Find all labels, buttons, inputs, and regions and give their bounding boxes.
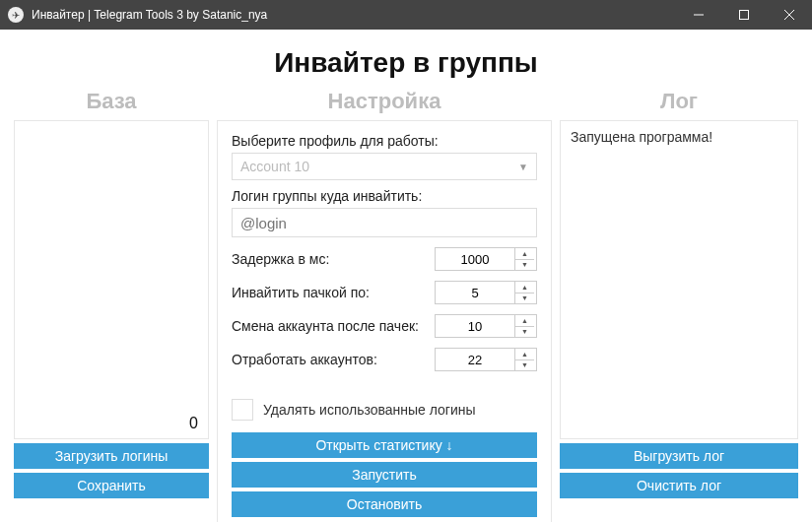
log-line: Запущена программа!	[571, 129, 787, 145]
chevron-down-icon: ▼	[518, 162, 528, 172]
base-list[interactable]: 0	[14, 120, 209, 439]
spin-down-icon[interactable]: ▼	[515, 360, 534, 371]
delete-used-checkbox[interactable]	[232, 399, 253, 421]
profile-select[interactable]: Account 10 ▼	[232, 153, 537, 180]
accounts-stepper[interactable]: ▲▼	[435, 348, 537, 371]
window-title: Инвайтер | Telegram Tools 3 by Satanic_n…	[32, 8, 676, 22]
save-button[interactable]: Сохранить	[14, 473, 209, 498]
batch-label: Инвайтить пачкой по:	[232, 285, 370, 300]
profile-label: Выберите профиль для работы:	[232, 133, 537, 149]
settings-panel: Выберите профиль для работы: Account 10 …	[217, 120, 552, 522]
spin-up-icon[interactable]: ▲	[515, 315, 534, 327]
spin-down-icon[interactable]: ▼	[515, 294, 534, 304]
switch-input[interactable]	[436, 315, 514, 337]
delay-label: Задержка в мс:	[232, 251, 329, 267]
log-panel: Запущена программа!	[560, 120, 798, 439]
accounts-label: Отработать аккаунтов:	[232, 352, 377, 367]
column-title-settings: Настройка	[217, 89, 552, 114]
minimize-button[interactable]	[676, 0, 721, 30]
export-log-button[interactable]: Выгрузить лог	[560, 443, 798, 469]
switch-stepper[interactable]: ▲▼	[435, 314, 537, 338]
delay-input[interactable]	[436, 248, 514, 270]
stop-button[interactable]: Остановить	[232, 491, 537, 517]
group-login-input[interactable]	[232, 208, 537, 237]
close-button[interactable]	[767, 0, 812, 30]
start-button[interactable]: Запустить	[232, 462, 537, 488]
spin-down-icon[interactable]: ▼	[515, 327, 534, 338]
svg-rect-1	[740, 11, 749, 20]
switch-label: Смена аккаунта после пачек:	[232, 318, 419, 334]
spin-up-icon[interactable]: ▲	[515, 282, 534, 294]
load-logins-button[interactable]: Загрузить логины	[14, 443, 209, 469]
page-title: Инвайтер в группы	[14, 47, 798, 79]
delete-used-label: Удалять использованные логины	[263, 402, 476, 418]
column-title-log: Лог	[560, 89, 798, 114]
spin-down-icon[interactable]: ▼	[515, 260, 534, 271]
column-title-base: База	[14, 89, 209, 114]
app-icon: ✈	[8, 7, 24, 23]
titlebar: ✈ Инвайтер | Telegram Tools 3 by Satanic…	[0, 0, 812, 30]
spin-up-icon[interactable]: ▲	[515, 349, 534, 360]
delay-stepper[interactable]: ▲▼	[435, 247, 537, 271]
clear-log-button[interactable]: Очистить лог	[560, 473, 798, 498]
profile-selected-value: Account 10	[240, 159, 309, 174]
accounts-input[interactable]	[436, 349, 514, 370]
group-label: Логин группы куда инвайтить:	[232, 188, 537, 204]
base-count: 0	[189, 415, 198, 432]
window-controls	[676, 0, 812, 30]
open-stats-button[interactable]: Открыть статистику ↓	[232, 432, 537, 458]
batch-input[interactable]	[436, 282, 514, 303]
maximize-button[interactable]	[721, 0, 767, 30]
spin-up-icon[interactable]: ▲	[515, 248, 534, 260]
batch-stepper[interactable]: ▲▼	[435, 281, 537, 304]
